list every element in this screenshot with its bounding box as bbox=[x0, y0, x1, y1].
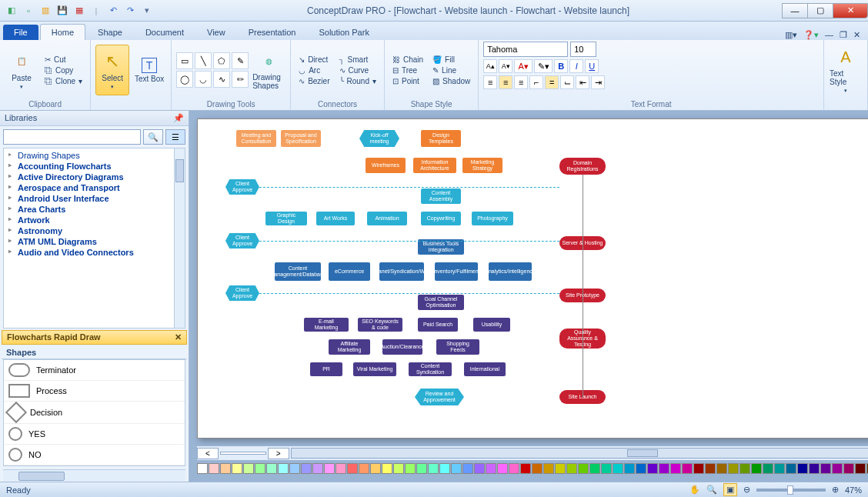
palette-swatch[interactable] bbox=[255, 463, 265, 474]
drawing-shapes-button[interactable]: ◍Drawing Shapes bbox=[252, 45, 285, 95]
library-search-input[interactable] bbox=[3, 129, 141, 145]
palette-swatch[interactable] bbox=[439, 463, 450, 474]
palette-swatch[interactable] bbox=[543, 463, 554, 474]
node[interactable]: Content Assembly bbox=[421, 188, 461, 204]
palette-swatch[interactable] bbox=[705, 463, 716, 474]
shape-decision[interactable]: Decision bbox=[4, 402, 185, 424]
tool-pencil-icon[interactable]: ✏ bbox=[232, 71, 249, 88]
bold-icon[interactable]: B bbox=[554, 59, 568, 73]
node[interactable]: International bbox=[464, 362, 506, 376]
point-button[interactable]: ⊡Point bbox=[389, 76, 426, 86]
zoom-slider[interactable] bbox=[756, 489, 826, 492]
lib-item[interactable]: Area Charts bbox=[7, 204, 182, 215]
palette-swatch[interactable] bbox=[209, 463, 219, 474]
library-mode-button[interactable]: ☰ bbox=[165, 129, 185, 145]
zoom-tool-icon[interactable]: 🔍 bbox=[706, 485, 717, 495]
palette-swatch[interactable] bbox=[624, 463, 635, 474]
palette-swatch[interactable] bbox=[636, 463, 646, 474]
qat-undo-icon[interactable]: ↶ bbox=[106, 4, 120, 18]
palette-swatch[interactable] bbox=[786, 463, 796, 474]
palette-swatch[interactable] bbox=[266, 463, 277, 474]
palette-swatch[interactable] bbox=[682, 463, 693, 474]
palette-swatch[interactable] bbox=[728, 463, 739, 474]
node[interactable]: PR bbox=[310, 362, 342, 376]
align-left-icon[interactable]: ≡ bbox=[483, 75, 497, 89]
palette-swatch[interactable] bbox=[324, 463, 335, 474]
palette-swatch[interactable] bbox=[347, 463, 358, 474]
italic-icon[interactable]: I bbox=[569, 59, 583, 73]
node[interactable]: Marketing Strategy bbox=[462, 158, 502, 173]
file-tab[interactable]: File bbox=[3, 25, 38, 40]
palette-swatch[interactable] bbox=[370, 463, 381, 474]
node[interactable]: Content Management/Database bbox=[275, 262, 321, 281]
smart-button[interactable]: ┐Smart bbox=[336, 55, 379, 65]
font-color-icon[interactable]: A▾ bbox=[514, 59, 532, 73]
tool-rect-icon[interactable]: ▭ bbox=[176, 52, 193, 69]
pin-icon[interactable]: 📌 bbox=[173, 113, 184, 123]
qat-save-icon[interactable]: 💾 bbox=[55, 4, 69, 18]
font-name-select[interactable] bbox=[483, 42, 568, 57]
palette-swatch[interactable] bbox=[312, 463, 323, 474]
clone-button[interactable]: ⿻Clone▾ bbox=[42, 76, 85, 86]
palette-swatch[interactable] bbox=[820, 463, 831, 474]
highlight-icon[interactable]: ✎▾ bbox=[534, 59, 553, 73]
node[interactable]: Meeting and Consultation bbox=[236, 130, 276, 147]
lib-item[interactable]: Artwork bbox=[7, 215, 182, 225]
node-approve[interactable]: Client Approve bbox=[225, 233, 259, 248]
sheet-tab[interactable] bbox=[220, 452, 266, 455]
palette-swatch[interactable] bbox=[751, 463, 762, 474]
zoom-out-icon[interactable]: ⊖ bbox=[743, 485, 750, 495]
palette-swatch[interactable] bbox=[336, 463, 346, 474]
node[interactable]: Art Works bbox=[316, 212, 355, 225]
palette-swatch[interactable] bbox=[613, 463, 623, 474]
tool-arc-icon[interactable]: ◡ bbox=[195, 71, 212, 88]
palette-swatch[interactable] bbox=[855, 463, 866, 474]
tab-view[interactable]: View bbox=[196, 25, 236, 40]
close-button[interactable]: ✕ bbox=[833, 3, 868, 18]
palette-swatch[interactable] bbox=[497, 463, 508, 474]
palette-swatch[interactable] bbox=[832, 463, 843, 474]
node[interactable]: Design Templates bbox=[421, 130, 461, 147]
node-milestone[interactable]: Domain Registrations bbox=[559, 158, 606, 175]
palette-swatch[interactable] bbox=[843, 463, 854, 474]
palette-swatch[interactable] bbox=[474, 463, 485, 474]
align-middle-icon[interactable]: = bbox=[545, 75, 559, 89]
font-grow-icon[interactable]: A▴ bbox=[483, 59, 497, 73]
palette-swatch[interactable] bbox=[382, 463, 392, 474]
node[interactable]: Kick-off meeting bbox=[359, 130, 399, 147]
palette-swatch[interactable] bbox=[359, 463, 369, 474]
node[interactable]: Shopping Feeds bbox=[436, 339, 479, 355]
align-bottom-icon[interactable]: ⌙ bbox=[560, 75, 574, 89]
lib-item[interactable]: ATM UML Diagrams bbox=[7, 236, 182, 247]
section-flowcharts[interactable]: Flowcharts Rapid Draw✕ bbox=[2, 330, 187, 345]
section-close-icon[interactable]: ✕ bbox=[175, 332, 182, 342]
line-button[interactable]: ✎Line bbox=[429, 65, 473, 75]
qat-open-icon[interactable]: ▥ bbox=[38, 4, 52, 18]
qat-redo-icon[interactable]: ↷ bbox=[123, 4, 137, 18]
mdi-close-icon[interactable]: ✕ bbox=[853, 30, 860, 40]
indent-inc-icon[interactable]: ⇥ bbox=[591, 75, 605, 89]
node[interactable]: SEO Keywords & code bbox=[358, 318, 402, 332]
shape-no[interactable]: NO bbox=[4, 445, 185, 465]
maximize-button[interactable]: ▢ bbox=[807, 3, 833, 18]
library-list[interactable]: Drawing Shapes Accounting Flowcharts Act… bbox=[3, 148, 185, 329]
tab-shape[interactable]: Shape bbox=[87, 25, 133, 40]
node[interactable]: eCommerce bbox=[329, 262, 370, 281]
tree-button[interactable]: ⊟Tree bbox=[389, 65, 426, 75]
palette-swatch[interactable] bbox=[509, 463, 519, 474]
shadow-button[interactable]: ▨Shadow bbox=[429, 76, 473, 86]
palette-swatch[interactable] bbox=[393, 463, 404, 474]
node[interactable]: Business Tools Integration bbox=[418, 239, 464, 255]
font-size-select[interactable] bbox=[570, 42, 596, 57]
underline-icon[interactable]: U bbox=[585, 59, 599, 73]
chain-button[interactable]: ⛓Chain bbox=[389, 55, 426, 65]
mdi-min-icon[interactable]: — bbox=[825, 30, 833, 40]
tab-document[interactable]: Document bbox=[135, 25, 195, 40]
tab-home[interactable]: Home bbox=[40, 24, 85, 40]
node[interactable]: Content Syndication bbox=[409, 362, 452, 376]
palette-swatch[interactable] bbox=[589, 463, 600, 474]
palette-swatch[interactable] bbox=[532, 463, 542, 474]
cut-button[interactable]: ✂Cut bbox=[42, 55, 85, 65]
tab-solution-park[interactable]: Solution Park bbox=[308, 25, 379, 40]
lib-item[interactable]: Active Directory Diagrams bbox=[7, 172, 182, 182]
